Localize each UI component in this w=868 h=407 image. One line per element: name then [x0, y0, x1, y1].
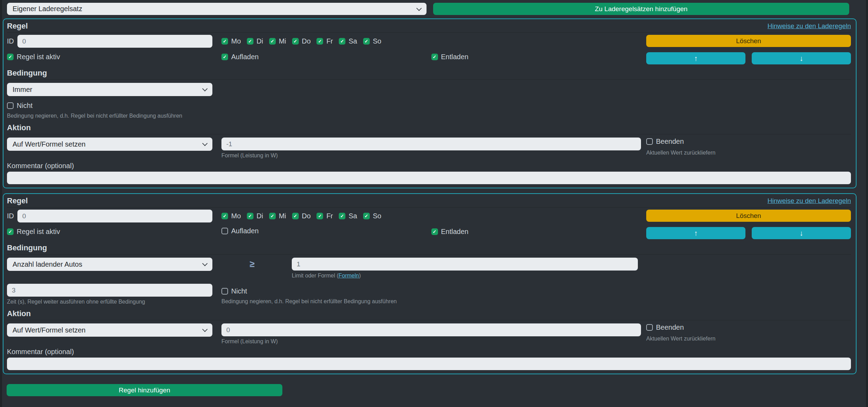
weekday-sa-checkbox[interactable]: Sa [339, 37, 357, 45]
rule-active-checkbox[interactable]: Regel ist aktiv [7, 53, 60, 61]
formula-help-text: Formel (Leistung in W) [221, 338, 641, 345]
checkbox-icon [316, 213, 323, 219]
weekday-di-checkbox[interactable]: Di [247, 212, 263, 220]
weekday-so-checkbox[interactable]: So [363, 37, 381, 45]
checkbox-icon [7, 54, 14, 60]
action-select[interactable]: Auf Wert/Formel setzen [7, 323, 212, 337]
formula-input[interactable] [221, 323, 641, 336]
action-heading: Aktion [7, 309, 851, 320]
formula-input[interactable] [221, 138, 641, 150]
rule-panel-2: Regel Hinweise zu den Laderegeln ID Mo D… [3, 193, 857, 374]
action-select-value: Auf Wert/Formel setzen [13, 140, 86, 148]
chevron-down-icon [202, 86, 208, 92]
weekday-mi-checkbox[interactable]: Mi [269, 37, 286, 45]
rule-panel-header: Regel Hinweise zu den Laderegeln [7, 195, 851, 208]
weekday-group: Mo Di Mi Do Fr Sa So [221, 35, 641, 48]
delay-input[interactable] [7, 284, 212, 297]
checkbox-icon [431, 54, 438, 60]
checkbox-icon [646, 324, 653, 331]
weekday-label: Mi [279, 212, 286, 220]
end-checkbox[interactable]: Beenden [646, 138, 684, 146]
weekday-do-checkbox[interactable]: Do [292, 37, 311, 45]
hints-link[interactable]: Hinweise zu den Laderegeln [767, 197, 851, 205]
weekday-sa-checkbox[interactable]: Sa [339, 212, 357, 220]
weekday-mi-checkbox[interactable]: Mi [269, 212, 286, 220]
charge-rules-card: Eigener Laderegelsatz Zu Laderegelsätzen… [2, 0, 866, 407]
weekday-mo-checkbox[interactable]: Mo [221, 212, 241, 220]
discharge-label: Entladen [441, 53, 469, 61]
charge-checkbox[interactable]: Aufladen [221, 227, 259, 235]
chevron-down-icon [416, 6, 422, 11]
rule-heading: Regel [7, 196, 28, 205]
rule-active-checkbox[interactable]: Regel ist aktiv [7, 228, 60, 236]
comment-input[interactable] [7, 358, 851, 370]
checkbox-icon [221, 38, 228, 45]
checkbox-icon [292, 213, 299, 219]
checkbox-icon [363, 213, 370, 219]
add-to-rulesets-button[interactable]: Zu Laderegelsätzen hinzufügen [433, 3, 849, 15]
delete-rule-button[interactable]: Löschen [646, 210, 851, 222]
not-label: Nicht [231, 287, 247, 295]
charge-label: Aufladen [231, 53, 259, 61]
action-heading: Aktion [7, 123, 851, 134]
end-checkbox[interactable]: Beenden [646, 323, 684, 331]
weekday-fr-checkbox[interactable]: Fr [316, 212, 333, 220]
weekday-fr-checkbox[interactable]: Fr [316, 37, 333, 45]
checkbox-icon [363, 38, 370, 45]
checkbox-icon [221, 213, 228, 219]
end-help-text: Aktuellen Wert zurückliefern [646, 336, 851, 342]
hints-link[interactable]: Hinweise zu den Laderegeln [767, 22, 851, 30]
limit-input[interactable] [292, 258, 638, 271]
ruleset-select[interactable]: Eigener Laderegelsatz [7, 3, 427, 15]
weekday-label: Do [302, 212, 311, 220]
chevron-down-icon [202, 141, 208, 146]
move-rule-down-button[interactable]: ↓ [752, 52, 851, 64]
weekday-label: Di [257, 212, 263, 220]
ruleset-toolbar: Eigener Laderegelsatz Zu Laderegelsätzen… [7, 3, 849, 15]
checkbox-icon [221, 228, 228, 234]
move-rule-down-button[interactable]: ↓ [752, 227, 851, 239]
delete-rule-button[interactable]: Löschen [646, 35, 851, 47]
add-rule-button[interactable]: Regel hinzufügen [7, 384, 282, 396]
weekday-do-checkbox[interactable]: Do [292, 212, 311, 220]
up-arrow-icon: ↑ [694, 229, 698, 237]
not-help-text: Bedingung negieren, d.h. Regel bei nicht… [221, 298, 851, 305]
id-label: ID [7, 212, 14, 220]
rule-id-input[interactable] [17, 210, 212, 222]
checkbox-icon [339, 38, 345, 45]
charge-checkbox[interactable]: Aufladen [221, 53, 259, 61]
weekday-label: Mo [231, 212, 241, 220]
weekday-label: Do [302, 37, 311, 45]
rule-id-input[interactable] [17, 35, 212, 48]
not-help-text: Bedingung negieren, d.h. Regel bei nicht… [7, 113, 851, 119]
formulas-link[interactable]: Formeln [338, 273, 359, 279]
greater-equal-operator: ≥ [212, 258, 292, 271]
weekday-label: Fr [326, 212, 333, 220]
checkbox-icon [269, 213, 276, 219]
end-label: Beenden [656, 323, 684, 331]
discharge-checkbox[interactable]: Entladen [431, 228, 469, 236]
weekday-so-checkbox[interactable]: So [363, 212, 381, 220]
condition-select[interactable]: Immer [7, 83, 212, 96]
limit-help-prefix: Limit oder Formel ( [292, 273, 338, 279]
weekday-label: So [373, 212, 381, 220]
comment-label: Kommentar (optional) [7, 162, 74, 170]
not-checkbox[interactable]: Nicht [7, 102, 33, 110]
move-rule-up-button[interactable]: ↑ [646, 227, 745, 239]
condition-select[interactable]: Anzahl ladender Autos [7, 258, 212, 271]
checkbox-icon [247, 38, 253, 45]
limit-help-suffix: ) [359, 273, 361, 279]
weekday-mo-checkbox[interactable]: Mo [221, 37, 241, 45]
id-label: ID [7, 37, 14, 45]
end-label: Beenden [656, 138, 684, 146]
rule-active-label: Regel ist aktiv [17, 53, 60, 61]
discharge-checkbox[interactable]: Entladen [431, 53, 469, 61]
move-rule-up-button[interactable]: ↑ [646, 52, 745, 64]
not-checkbox[interactable]: Nicht [221, 287, 247, 295]
delay-help-text: Zeit (s), Regel weiter ausführen ohne er… [7, 299, 212, 305]
checkbox-icon [339, 213, 345, 219]
comment-input[interactable] [7, 172, 851, 184]
action-select[interactable]: Auf Wert/Formel setzen [7, 138, 212, 151]
ruleset-select-value: Eigener Laderegelsatz [13, 5, 82, 13]
weekday-di-checkbox[interactable]: Di [247, 37, 263, 45]
